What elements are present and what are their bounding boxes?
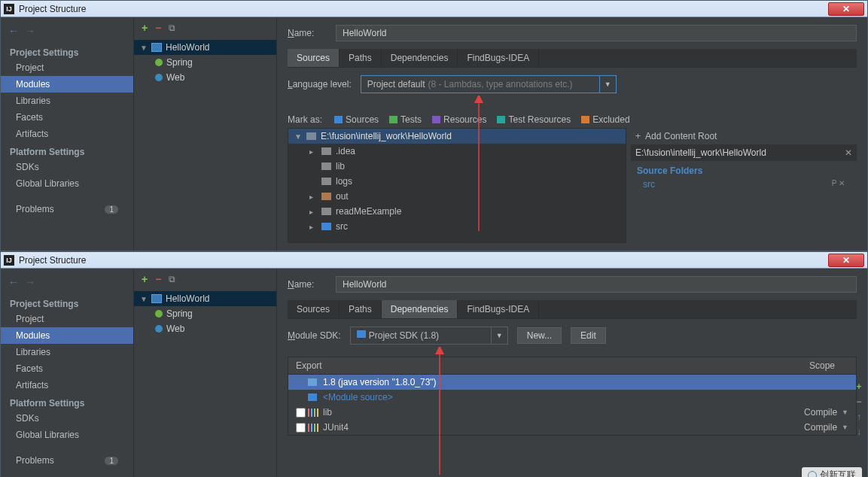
add-module-icon[interactable]: + <box>142 22 148 34</box>
move-down-icon[interactable]: ↓ <box>854 427 864 437</box>
dep-row-module-source[interactable]: <Module source> <box>288 390 856 405</box>
sidebar-item-facets[interactable]: Facets <box>1 360 133 377</box>
sidebar-nav: ← → <box>1 22 133 43</box>
mark-as-label: Mark as: <box>288 114 322 125</box>
tree-child-web[interactable]: Web <box>134 321 276 336</box>
sidebar-item-sdks[interactable]: SDKs <box>1 410 133 427</box>
sidebar-item-global-libs[interactable]: Global Libraries <box>1 427 133 443</box>
copy-module-icon[interactable]: ⧉ <box>169 274 175 284</box>
sidebar-item-facets[interactable]: Facets <box>1 109 133 126</box>
dependency-table-header: Export Scope <box>288 357 857 375</box>
expand-icon[interactable]: ▼ <box>140 44 148 52</box>
mark-excluded[interactable]: Excluded <box>581 114 629 125</box>
sidebar-item-artifacts[interactable]: Artifacts <box>1 377 133 393</box>
add-module-icon[interactable]: + <box>142 273 148 285</box>
folder-idea[interactable]: ▸.idea <box>288 144 626 159</box>
module-tree: + − ⧉ ▼ HelloWorld Spring Web <box>134 17 277 251</box>
tab-sources[interactable]: Sources <box>288 49 340 67</box>
mark-test-resources[interactable]: Test Resources <box>497 114 571 125</box>
export-checkbox[interactable] <box>296 408 306 418</box>
tab-findbugs[interactable]: FindBugs-IDEA <box>458 49 539 67</box>
problems-badge: 1 <box>105 205 118 214</box>
mark-sources[interactable]: Sources <box>334 114 379 125</box>
sidebar-heading-project: Project Settings <box>1 43 133 59</box>
sidebar-item-libraries[interactable]: Libraries <box>1 344 133 360</box>
chevron-down-icon[interactable]: ▼ <box>599 76 616 93</box>
dep-row-sdk[interactable]: 1.8 (java version "1.8.0_73") <box>288 375 856 390</box>
folder-logs[interactable]: logs <box>288 174 626 189</box>
mark-resources[interactable]: Resources <box>432 114 486 125</box>
module-sdk-dropdown[interactable]: Project SDK (1.8) ▼ <box>350 327 508 345</box>
content-roots-panel: +Add Content Root E:\fusion\intellij_wor… <box>631 128 857 243</box>
move-up-icon[interactable]: ↑ <box>854 412 864 422</box>
export-checkbox[interactable] <box>296 423 306 433</box>
window-title: Project Structure <box>19 4 86 14</box>
sidebar-item-project[interactable]: Project <box>1 311 133 327</box>
tree-root[interactable]: ▼HelloWorld <box>134 291 276 306</box>
remove-content-root-icon[interactable]: ✕ <box>845 147 852 158</box>
tab-dependencies[interactable]: Dependencies <box>382 300 458 318</box>
sidebar-item-modules[interactable]: Modules <box>1 76 133 93</box>
remove-dep-icon[interactable]: − <box>854 396 864 407</box>
module-tree: + − ⧉ ▼HelloWorld Spring Web <box>134 269 277 477</box>
name-input[interactable]: HelloWorld <box>336 25 857 41</box>
folder-out[interactable]: ▸out <box>288 189 626 204</box>
sidebar-item-problems[interactable]: Problems 1 <box>1 452 133 469</box>
watermark-icon <box>808 471 817 478</box>
sidebar-item-libraries[interactable]: Libraries <box>1 93 133 109</box>
forward-icon[interactable]: → <box>25 276 35 288</box>
dep-row-lib[interactable]: lib Compile▼ <box>288 405 856 420</box>
tab-paths[interactable]: Paths <box>340 49 382 67</box>
close-button[interactable]: ✕ <box>828 2 864 16</box>
tab-findbugs[interactable]: FindBugs-IDEA <box>458 300 539 318</box>
project-structure-window-2: IJ Project Structure ✕ ←→ Project Settin… <box>0 251 868 477</box>
tab-paths[interactable]: Paths <box>340 300 382 318</box>
chevron-down-icon[interactable]: ▼ <box>491 327 507 344</box>
remove-module-icon[interactable]: − <box>155 273 161 285</box>
sidebar-item-modules[interactable]: Modules <box>1 327 133 344</box>
sidebar-item-artifacts[interactable]: Artifacts <box>1 126 133 142</box>
sidebar: ← → Project Settings Project Modules Lib… <box>1 17 134 251</box>
tab-sources[interactable]: Sources <box>288 300 340 318</box>
forward-icon[interactable]: → <box>25 25 35 37</box>
content-root-row[interactable]: ▼ E:\fusion\intellij_work\HelloWorld <box>288 129 626 144</box>
dep-row-junit[interactable]: JUnit4 Compile▼ <box>288 420 856 435</box>
edit-sdk-button[interactable]: Edit <box>571 327 606 344</box>
sidebar-heading-platform: Platform Settings <box>1 142 133 159</box>
copy-module-icon[interactable]: ⧉ <box>169 23 175 33</box>
sidebar-item-sdks[interactable]: SDKs <box>1 159 133 175</box>
main-panel: Name: HelloWorld Sources Paths Dependenc… <box>277 17 867 251</box>
back-icon[interactable]: ← <box>8 25 19 37</box>
tree-child-spring[interactable]: Spring <box>134 55 276 70</box>
close-button[interactable]: ✕ <box>828 254 864 267</box>
mark-tests[interactable]: Tests <box>389 114 422 125</box>
dependency-table: 1.8 (java version "1.8.0_73") <Module so… <box>288 375 857 436</box>
back-icon[interactable]: ← <box>8 276 19 288</box>
content-tree: ▼ E:\fusion\intellij_work\HelloWorld ▸.i… <box>288 128 626 243</box>
tree-root[interactable]: ▼ HelloWorld <box>134 40 276 55</box>
spring-icon <box>155 59 163 66</box>
web-icon <box>155 74 163 81</box>
language-level-dropdown[interactable]: Project default (8 - Lambdas, type annot… <box>361 75 617 93</box>
remove-module-icon[interactable]: − <box>155 22 161 34</box>
folder-src[interactable]: ▸src <box>288 219 626 234</box>
app-icon: IJ <box>4 255 14 266</box>
sidebar-item-problems[interactable]: Problems 1 <box>1 201 133 217</box>
project-structure-window-1: IJ Project Structure ✕ ← → Project Setti… <box>0 0 868 251</box>
add-dep-icon[interactable]: + <box>854 381 864 392</box>
sidebar-item-project[interactable]: Project <box>1 59 133 76</box>
tree-child-spring[interactable]: Spring <box>134 306 276 321</box>
tree-child-web[interactable]: Web <box>134 70 276 85</box>
tab-dependencies[interactable]: Dependencies <box>382 49 458 67</box>
module-sdk-label: Module SDK: <box>288 330 341 341</box>
source-folder-actions[interactable]: P ✕ <box>832 179 845 190</box>
folder-lib[interactable]: lib <box>288 159 626 174</box>
sidebar-item-global-libs[interactable]: Global Libraries <box>1 175 133 192</box>
source-folder-src[interactable]: src P ✕ <box>631 178 857 191</box>
add-content-root[interactable]: +Add Content Root <box>631 128 857 144</box>
main-panel-deps: Name: HelloWorld Sources Paths Dependenc… <box>277 269 867 477</box>
new-sdk-button[interactable]: New... <box>517 327 562 344</box>
window-title: Project Structure <box>19 255 86 266</box>
name-input[interactable]: HelloWorld <box>336 276 857 293</box>
folder-readme[interactable]: ▸readMeExample <box>288 204 626 219</box>
